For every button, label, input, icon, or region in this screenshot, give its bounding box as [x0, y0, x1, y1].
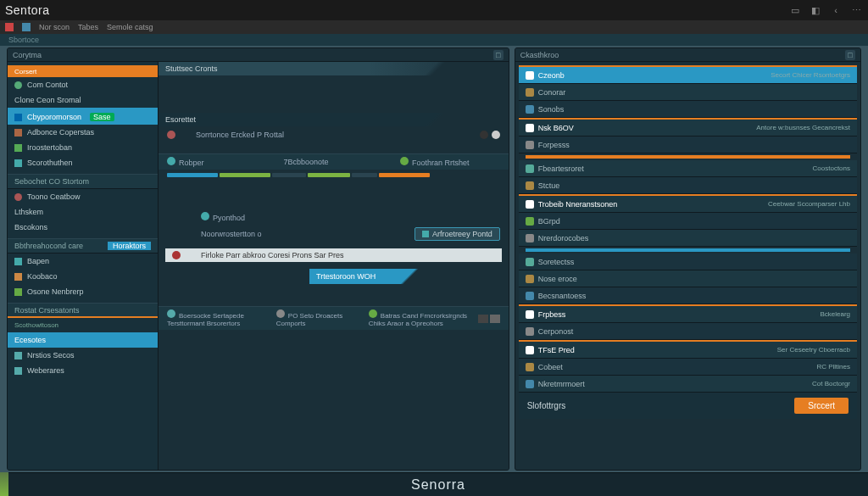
row-icon [526, 310, 534, 319]
menu-item-1[interactable]: Nor scon [39, 23, 70, 31]
sidebar-item6-1[interactable]: Weberares [8, 363, 158, 378]
sidebar-item3-0[interactable]: Bapen [8, 254, 158, 269]
right-row-1[interactable]: Conorar [519, 84, 857, 101]
footer-row: Boersocke Sertapede Tersttormant Brsorer… [159, 306, 509, 330]
right-row-15[interactable]: TFsE PredSer Ceseetry Cboerracb [519, 340, 857, 359]
right-row-10[interactable]: Soretectss [519, 254, 857, 270]
sidebar-item2-1[interactable]: Lthskem [8, 204, 158, 220]
window-icon-1[interactable]: ▭ [788, 3, 802, 17]
close-icon[interactable]: □ [493, 50, 504, 60]
progress-bars [159, 170, 509, 181]
sidebar-item-0[interactable]: Com Contot [8, 77, 158, 92]
right-row-14[interactable]: Cerponost [519, 323, 857, 340]
row-icon [526, 105, 534, 114]
row-icon [526, 234, 534, 242]
row-icon [526, 124, 534, 132]
right-row-4[interactable]: Forpesss [519, 137, 857, 153]
window-icon-2[interactable]: ◧ [809, 3, 822, 17]
row-label: Trobeib Nneranstsonen [538, 200, 618, 209]
sidebar-item2-0[interactable]: Toono Ceatbow [8, 189, 158, 204]
right-row-8[interactable]: BGrpd [519, 213, 857, 230]
square-icon [14, 367, 22, 375]
square-icon [14, 352, 22, 359]
sidebar-item6-0[interactable]: Nrstios Secos [8, 348, 158, 363]
menu-icon-red[interactable] [5, 23, 14, 31]
bar-green [308, 173, 350, 177]
square-icon [14, 258, 22, 265]
right-row-2[interactable]: Sonobs [519, 101, 857, 118]
circle-icon [14, 193, 22, 201]
sidebar-item2-2[interactable]: Bscokons [8, 220, 158, 235]
right-panel-footer: Slofottrgrs Srccert [519, 393, 857, 419]
row-label: Frpbess [538, 310, 566, 319]
circle-icon [172, 251, 181, 259]
row-icon [526, 258, 534, 266]
row-rlabel: Antore w:busnses Gecancrekst [756, 124, 850, 131]
row-label: Stctue [538, 181, 560, 190]
row-3b[interactable]: Noorwrostertton o Arfroetreey Pontd [159, 225, 509, 243]
mini-bar [526, 155, 850, 159]
row-rlabel: RC Plltines [816, 363, 850, 371]
row-2[interactable]: Sorrtonce Ercked P Rottal [159, 128, 509, 142]
row-icon [526, 346, 534, 354]
menu-icon-blue[interactable] [22, 23, 31, 31]
right-row-0[interactable]: CzeonbSecort Chicer Rsontoetgrs [519, 65, 857, 84]
right-row-5[interactable]: FbeartesroretCoostoctons [519, 160, 857, 177]
left-panel-header: Corytma □ [8, 48, 509, 62]
right-row-12[interactable]: Becsnantoess [519, 287, 857, 304]
chip[interactable]: Arfroetreey Pontd [415, 227, 500, 241]
card-icon[interactable] [490, 315, 500, 323]
square-icon [14, 159, 22, 167]
row-3[interactable]: Pyonthod [159, 209, 509, 225]
row-rlabel: Ceebwar Sccomparser Lhb [768, 200, 850, 208]
close-icon[interactable]: □ [845, 50, 855, 60]
submit-button[interactable]: Srccert [794, 398, 849, 414]
right-row-13[interactable]: FrpbessBckelearg [519, 304, 857, 323]
sidebar-item-2[interactable]: CbyporomorsonSase [8, 109, 158, 125]
square-icon [14, 129, 22, 137]
sidebar-accent-tab[interactable]: Corsert [8, 65, 158, 77]
menu-item-2[interactable]: Tabes [78, 23, 98, 31]
row-icon [526, 292, 534, 300]
row-icon [526, 217, 534, 226]
row-label: Sonobs [538, 105, 565, 114]
row-label: TFsE Pred [538, 346, 575, 354]
card-icon[interactable] [478, 315, 488, 323]
tag[interactable]: Horaktors [108, 242, 151, 250]
sidebar-item5[interactable]: Ecesotes [8, 332, 158, 348]
window-icon-4[interactable]: ⋯ [849, 3, 863, 17]
right-row-16[interactable]: CobeetRC Plltines [519, 359, 857, 376]
menu-item-3[interactable]: Semole catsg [107, 23, 153, 31]
row-icon [526, 181, 534, 190]
sidebar-item-4[interactable]: Iroostertoban [8, 140, 158, 155]
section-1: Stuttsec Cronts [159, 62, 509, 75]
square-icon [14, 144, 22, 152]
bar-green [220, 173, 270, 177]
bar-dark [352, 173, 377, 177]
right-row-7[interactable]: Trobeib NneranstsonenCeebwar Sccomparser… [519, 194, 857, 213]
sidebar-item3-2[interactable]: Osone Nenbrerp [8, 284, 158, 299]
right-row-3[interactable]: Nsk B6OVAntore w:busnses Gecancrekst [519, 118, 857, 137]
row-label: Nrerdorocobes [538, 234, 589, 242]
row-4[interactable]: Firloke Parr abkroo Coresi Prons Sar Pre… [165, 248, 502, 262]
row-label: Cobeet [538, 363, 563, 371]
row-icon [526, 327, 534, 336]
sidebar-item-3[interactable]: Adbonce Coperstas [8, 125, 158, 140]
row-label: Soretectss [538, 258, 575, 266]
right-row-17[interactable]: NkretmrmoertCot Boctorgr [519, 376, 857, 393]
sidebar-item-5[interactable]: Scorothuthen [8, 155, 158, 170]
sidebar-item-1[interactable]: Clone Ceon Sromal [8, 92, 158, 109]
right-row-9[interactable]: Nrerdorocobes [519, 230, 857, 247]
right-row-11[interactable]: Nose eroce [519, 270, 857, 287]
section-tag-5[interactable]: Trtestoroon WOH [309, 269, 437, 284]
row-icon [526, 164, 534, 173]
foot-label: Slofottrgrs [527, 401, 566, 410]
right-row-6[interactable]: Stctue [519, 177, 857, 194]
row-icon [526, 363, 534, 371]
window-icon-3[interactable]: ‹ [829, 3, 843, 17]
row-label: Czeonb [538, 71, 565, 80]
table-header: Robper 7Bcbboonote Foothran Rrtshet [159, 153, 509, 170]
sidebar-item3-1[interactable]: Koobaco [8, 269, 158, 284]
section-2: Esorettet [159, 113, 509, 126]
square-icon [14, 114, 22, 121]
